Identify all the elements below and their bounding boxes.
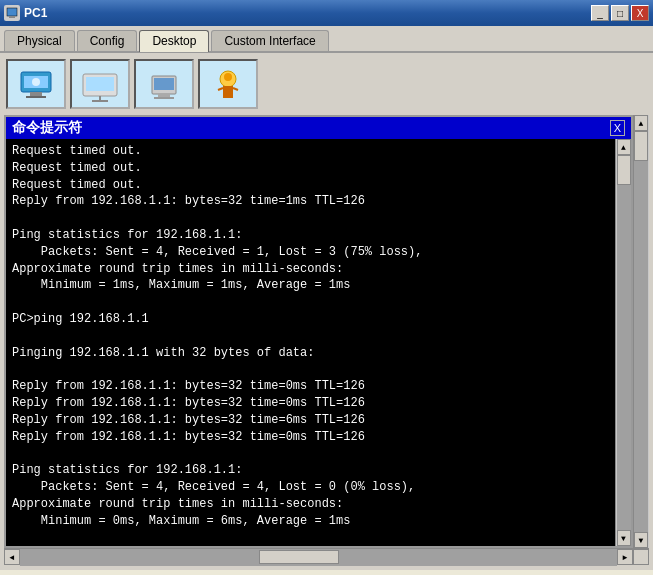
tab-config[interactable]: Config — [77, 30, 138, 51]
svg-rect-4 — [26, 96, 46, 98]
tab-custom-interface[interactable]: Custom Interface — [211, 30, 328, 51]
maximize-button[interactable]: □ — [611, 5, 629, 21]
svg-rect-0 — [7, 8, 17, 16]
bottom-bar: ◄ ► — [4, 548, 649, 566]
outer-scrollbar[interactable]: ▲ ▼ — [633, 115, 649, 548]
outer-scroll-down-button[interactable]: ▼ — [634, 532, 648, 548]
app-icon — [4, 5, 20, 21]
cmd-output[interactable]: Request timed out. Request timed out. Re… — [6, 139, 615, 546]
minimize-button[interactable]: _ — [591, 5, 609, 21]
icon-tray — [4, 57, 649, 111]
svg-point-16 — [224, 73, 232, 81]
svg-rect-3 — [30, 92, 42, 96]
title-bar-left: PC1 — [4, 5, 47, 21]
content-wrapper: 命令提示符 X Request timed out. Request timed… — [4, 115, 649, 548]
svg-rect-14 — [154, 97, 174, 99]
cmd-scrollbar[interactable]: ▲ ▼ — [615, 139, 631, 546]
tab-desktop[interactable]: Desktop — [139, 30, 209, 52]
outer-scroll-thumb[interactable] — [634, 131, 648, 161]
cmd-body: Request timed out. Request timed out. Re… — [6, 139, 631, 546]
main-content: 命令提示符 X Request timed out. Request timed… — [0, 53, 653, 570]
outer-scroll-track[interactable] — [634, 131, 648, 532]
tab-bar: Physical Config Desktop Custom Interface — [0, 26, 653, 53]
svg-rect-10 — [92, 100, 108, 102]
icon-item-2[interactable] — [70, 59, 130, 109]
svg-line-19 — [233, 88, 238, 90]
outer-scroll-up-button[interactable]: ▲ — [634, 115, 648, 131]
icon-item-4[interactable] — [198, 59, 258, 109]
svg-rect-13 — [158, 94, 170, 97]
h-scroll-thumb[interactable] — [259, 550, 339, 564]
window-controls: _ □ X — [591, 5, 649, 21]
svg-point-6 — [32, 78, 40, 86]
svg-rect-17 — [223, 86, 233, 98]
svg-line-18 — [218, 88, 223, 90]
svg-rect-1 — [9, 16, 15, 18]
cmd-title-text: 命令提示符 — [12, 119, 82, 137]
h-scroll-right-button[interactable]: ► — [617, 549, 633, 565]
scroll-track[interactable] — [617, 155, 631, 530]
scroll-up-button[interactable]: ▲ — [617, 139, 631, 155]
svg-rect-8 — [86, 77, 114, 91]
cmd-close-button[interactable]: X — [610, 120, 625, 136]
window-title: PC1 — [24, 6, 47, 20]
h-scroll-left-button[interactable]: ◄ — [4, 549, 20, 565]
close-button[interactable]: X — [631, 5, 649, 21]
scroll-corner — [633, 549, 649, 565]
title-bar: PC1 _ □ X — [0, 0, 653, 26]
cmd-title-bar: 命令提示符 X — [6, 117, 631, 139]
scroll-thumb[interactable] — [617, 155, 631, 185]
svg-rect-12 — [154, 78, 174, 90]
cmd-window: 命令提示符 X Request timed out. Request timed… — [4, 115, 633, 548]
tab-physical[interactable]: Physical — [4, 30, 75, 51]
icon-item-1[interactable] — [6, 59, 66, 109]
h-scroll-track[interactable] — [20, 549, 617, 566]
scroll-down-button[interactable]: ▼ — [617, 530, 631, 546]
icon-item-3[interactable] — [134, 59, 194, 109]
